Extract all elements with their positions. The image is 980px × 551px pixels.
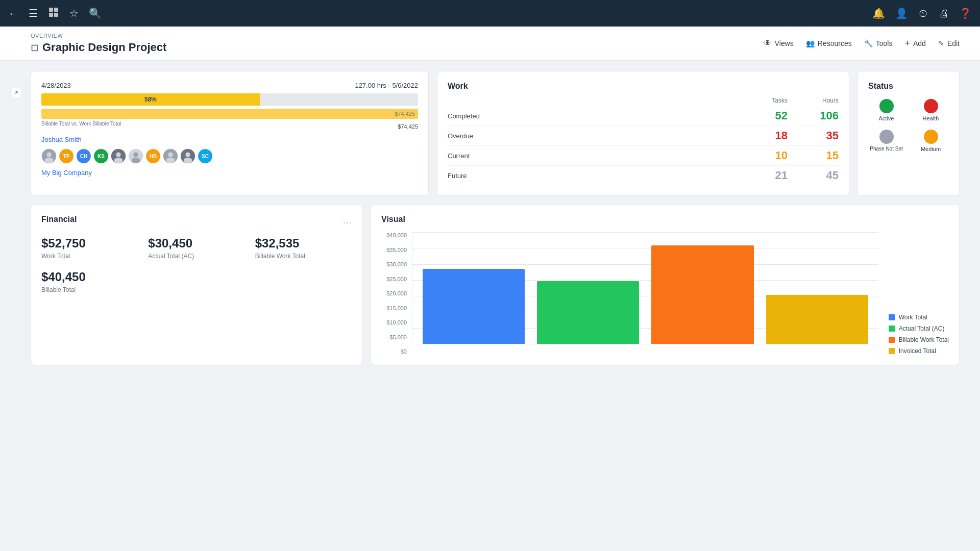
help-icon[interactable]: ❓ <box>959 7 972 19</box>
medium-dot <box>924 130 938 144</box>
y-label: $20,000 <box>381 290 407 296</box>
main-content: > 4/28/2023 127.00 hrs - 5/6/2022 58% $7… <box>0 61 980 551</box>
financial-billable-work: $32,535 Billable Work Total <box>255 236 352 260</box>
legend-invoiced-total: Invoiced Total <box>889 347 949 355</box>
search-icon[interactable]: 🔍 <box>89 7 102 19</box>
project-dates: 4/28/2023 127.00 hrs - 5/6/2022 <box>41 82 418 89</box>
legend-dot <box>889 348 895 354</box>
end-date: 127.00 hrs - 5/6/2022 <box>355 82 418 89</box>
visual-card: Visual $40,00 <box>371 204 960 365</box>
work-tasks-value: 10 <box>757 149 788 162</box>
status-card: Status Active Health Phase Not Set Mediu… <box>857 71 960 196</box>
menu-icon[interactable]: ☰ <box>29 7 38 19</box>
tools-icon: 🔧 <box>864 39 873 47</box>
legend-dot <box>889 325 895 332</box>
avatar[interactable]: KS <box>93 148 109 164</box>
medium-label: Medium <box>921 146 941 152</box>
add-icon: + <box>904 38 910 49</box>
work-row-label: Completed <box>448 112 480 120</box>
svg-point-9 <box>114 158 123 163</box>
work-values: 10 15 <box>757 149 839 162</box>
status-title: Status <box>868 82 949 91</box>
work-row: Completed 52 106 <box>448 106 839 126</box>
user-icon[interactable]: 👤 <box>895 7 908 19</box>
star-icon[interactable]: ☆ <box>69 7 79 19</box>
add-label: Add <box>913 39 926 47</box>
financial-work-total: $52,750 Work Total <box>41 236 138 260</box>
work-total-value: $52,750 <box>41 236 138 251</box>
add-button[interactable]: + Add <box>904 38 925 49</box>
avatar[interactable] <box>128 148 143 164</box>
hours-col-header: Hours <box>808 97 839 104</box>
project-card: 4/28/2023 127.00 hrs - 5/6/2022 58% $74,… <box>31 71 429 196</box>
work-title: Work <box>448 82 839 91</box>
resources-button[interactable]: 👥 Resources <box>806 39 852 47</box>
avatar[interactable]: TP <box>59 148 74 164</box>
billable-total-label: Billable Total <box>41 286 352 293</box>
svg-point-14 <box>168 153 173 157</box>
financial-grid: $52,750 Work Total $30,450 Actual Total … <box>41 236 352 260</box>
svg-point-15 <box>166 158 175 163</box>
billable-sub: $74,425 <box>398 123 418 130</box>
legend-dot <box>889 314 895 320</box>
print-icon[interactable]: 🖨 <box>939 8 949 19</box>
header-actions: 👁 Views 👥 Resources 🔧 Tools + Add ✎ Edit <box>764 38 960 49</box>
progress-bar-container: 58% <box>41 93 418 106</box>
work-hours-value: 35 <box>808 129 839 142</box>
back-icon[interactable]: ← <box>8 8 18 19</box>
tools-label: Tools <box>876 39 893 47</box>
work-values: 21 45 <box>757 169 839 182</box>
bar-work-total <box>423 269 525 344</box>
avatar[interactable]: HB <box>145 148 161 164</box>
actual-total-value: $30,450 <box>148 236 244 251</box>
work-row-label: Current <box>448 152 470 160</box>
row-1: 4/28/2023 127.00 hrs - 5/6/2022 58% $74,… <box>31 71 960 196</box>
legend-label: Invoiced Total <box>899 347 936 355</box>
legend-work-total: Work Total <box>889 314 949 321</box>
project-manager[interactable]: Joshua Smith <box>41 136 418 143</box>
financial-card: Financial … $52,750 Work Total $30,450 A… <box>31 204 362 365</box>
work-row-label: Overdue <box>448 132 473 140</box>
tasks-col-header: Tasks <box>757 97 788 104</box>
tools-button[interactable]: 🔧 Tools <box>864 39 893 47</box>
edit-button[interactable]: ✎ Edit <box>938 39 960 47</box>
status-phase: Phase Not Set <box>868 130 904 152</box>
work-row: Future 21 45 <box>448 166 839 185</box>
billable-bar-fill: $74,425 <box>41 109 418 119</box>
svg-point-17 <box>185 153 190 157</box>
legend-dot <box>889 337 895 343</box>
visual-title: Visual <box>381 215 949 224</box>
nav-left: ← ☰ ☆ 🔍 <box>8 7 102 20</box>
avatar[interactable] <box>163 148 178 164</box>
resources-icon: 👥 <box>806 39 815 47</box>
avatar[interactable] <box>41 148 57 164</box>
work-values: 18 35 <box>757 129 839 142</box>
work-rows: Completed 52 106 Overdue 18 35 Current 1… <box>448 106 839 185</box>
resources-label: Resources <box>818 39 852 47</box>
financial-header: Financial … <box>41 215 352 226</box>
dashboard-icon[interactable] <box>48 7 59 20</box>
avatar[interactable] <box>111 148 126 164</box>
company-link[interactable]: My Big Company <box>41 169 418 177</box>
financial-menu[interactable]: … <box>342 215 352 226</box>
chart-area: $40,000 $35,000 $30,000 $25,000 $20,000 … <box>381 232 878 355</box>
svg-rect-1 <box>54 8 58 12</box>
work-hours-value: 15 <box>808 149 839 162</box>
chart-legend: Work Total Actual Total (AC) Billable Wo… <box>889 314 949 355</box>
clock-icon[interactable]: ⏲ <box>918 8 928 19</box>
work-tasks-value: 18 <box>757 129 788 142</box>
edit-label: Edit <box>947 39 960 47</box>
legend-label: Actual Total (AC) <box>899 325 945 332</box>
views-button[interactable]: 👁 Views <box>764 39 794 48</box>
bell-icon[interactable]: 🔔 <box>872 7 885 19</box>
phase-dot <box>879 130 894 144</box>
y-label: $30,000 <box>381 261 407 267</box>
avatar[interactable] <box>180 148 195 164</box>
status-health: Health <box>913 99 949 121</box>
collapse-toggle[interactable]: > <box>10 86 22 98</box>
avatar[interactable]: SC <box>198 148 213 164</box>
financial-title: Financial <box>41 215 77 224</box>
avatar[interactable]: CH <box>76 148 91 164</box>
top-navigation: ← ☰ ☆ 🔍 🔔 👤 ⏲ 🖨 ❓ <box>0 0 980 27</box>
billable-bar-container: $74,425 <box>41 109 418 119</box>
